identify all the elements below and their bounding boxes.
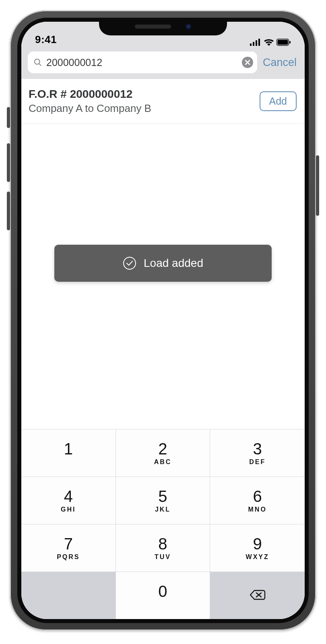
screen: 9:41 Cancel <box>21 22 305 619</box>
svg-rect-0 <box>250 43 252 46</box>
device-frame: 9:41 Cancel <box>10 10 316 630</box>
key-7[interactable]: 7PQRS <box>21 524 116 572</box>
side-button-vol-down <box>7 192 10 230</box>
key-4[interactable]: 4GHI <box>21 477 116 524</box>
keypad-bottom-row: 0 <box>21 572 305 619</box>
key-0[interactable]: 0 <box>116 572 210 619</box>
svg-rect-2 <box>256 40 257 46</box>
check-circle-icon <box>123 256 136 270</box>
svg-rect-3 <box>258 39 260 46</box>
side-button-vol-up <box>7 143 10 182</box>
wifi-icon <box>264 39 274 46</box>
search-result-row[interactable]: F.O.R # 2000000012 Company A to Company … <box>21 79 305 124</box>
side-button-power <box>316 155 319 216</box>
add-button[interactable]: Add <box>260 91 297 111</box>
device-bezel: 9:41 Cancel <box>17 18 309 623</box>
search-input[interactable] <box>46 57 238 68</box>
svg-point-7 <box>35 59 40 64</box>
search-icon <box>33 58 42 67</box>
svg-rect-5 <box>278 40 288 45</box>
key-1[interactable]: 1 <box>21 429 116 477</box>
numeric-keypad: 1 2ABC 3DEF 4GHI 5JKL 6MNO 7PQRS 8TUV 9W… <box>21 429 305 619</box>
key-backspace[interactable] <box>210 572 305 619</box>
side-button-mute <box>7 107 10 128</box>
content-area: Load added <box>21 124 305 429</box>
speaker-grille <box>135 25 171 29</box>
result-subtitle: Company A to Company B <box>29 102 151 115</box>
toast: Load added <box>54 245 272 282</box>
result-title: F.O.R # 2000000012 <box>29 88 151 101</box>
svg-rect-6 <box>289 41 291 43</box>
cellular-icon <box>250 39 261 46</box>
battery-icon <box>276 39 291 46</box>
x-icon <box>245 60 250 65</box>
search-field[interactable] <box>28 52 257 73</box>
status-time: 9:41 <box>35 33 57 46</box>
clear-search-button[interactable] <box>242 57 253 68</box>
key-6[interactable]: 6MNO <box>210 477 305 524</box>
key-blank <box>21 572 116 619</box>
svg-rect-1 <box>253 42 254 46</box>
key-2[interactable]: 2ABC <box>116 429 210 477</box>
svg-point-11 <box>124 257 136 269</box>
backspace-icon <box>250 589 266 602</box>
key-8[interactable]: 8TUV <box>116 524 210 572</box>
key-9[interactable]: 9WXYZ <box>210 524 305 572</box>
key-5[interactable]: 5JKL <box>116 477 210 524</box>
svg-line-8 <box>39 64 41 66</box>
toast-message: Load added <box>144 257 203 270</box>
status-indicators <box>250 39 291 46</box>
front-camera <box>186 24 191 29</box>
result-text: F.O.R # 2000000012 Company A to Company … <box>29 88 151 115</box>
key-3[interactable]: 3DEF <box>210 429 305 477</box>
search-header: Cancel <box>21 48 305 79</box>
keypad-grid: 1 2ABC 3DEF 4GHI 5JKL 6MNO 7PQRS 8TUV 9W… <box>21 429 305 572</box>
notch <box>99 18 227 35</box>
cancel-button[interactable]: Cancel <box>263 56 298 69</box>
